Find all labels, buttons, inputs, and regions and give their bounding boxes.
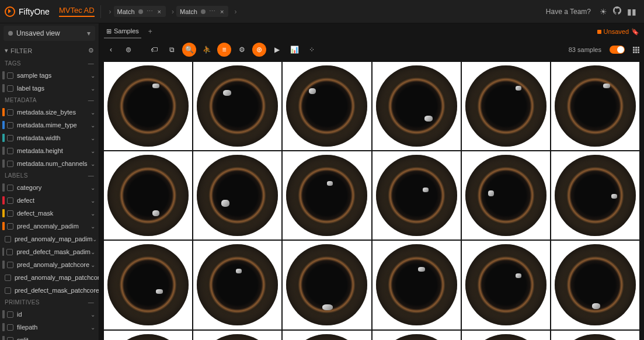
close-icon[interactable]: × (156, 8, 162, 15)
checkbox[interactable] (7, 324, 13, 331)
checkbox[interactable] (7, 223, 13, 230)
sample-thumbnail[interactable] (551, 331, 639, 340)
field-row[interactable]: filepath⌄ (0, 321, 99, 334)
tab-samples[interactable]: ⊞ Samples (104, 25, 141, 39)
brand-wrap[interactable]: FiftyOne (5, 6, 50, 17)
checkbox[interactable] (7, 122, 13, 129)
field-row[interactable]: label tags⌄ (0, 82, 99, 95)
chevron-right-icon[interactable]: › (232, 8, 239, 16)
checkbox[interactable] (7, 85, 13, 92)
chevron-down-icon[interactable]: ⌄ (90, 249, 95, 255)
field-row[interactable]: pred_anomaly_patchcore⌄ (0, 258, 99, 271)
group-header[interactable]: PRIMITIVES— (0, 297, 99, 308)
sample-thumbnail[interactable] (104, 241, 192, 329)
field-row[interactable]: id⌄ (0, 308, 99, 321)
field-row[interactable]: defect⌄ (0, 194, 99, 207)
sample-thumbnail[interactable] (193, 331, 281, 340)
checkbox[interactable] (5, 287, 11, 294)
group-header[interactable]: METADATA— (0, 95, 99, 106)
field-row[interactable]: metadata.width⌄ (0, 131, 99, 144)
sample-thumbnail[interactable] (462, 151, 550, 240)
sample-thumbnail[interactable] (104, 151, 192, 240)
tag-icon[interactable]: 🏷 (147, 43, 161, 57)
stage-chip-0[interactable]: Match ⋯ × (114, 6, 166, 17)
github-icon[interactable] (610, 6, 624, 16)
checkbox[interactable] (7, 197, 13, 204)
sample-thumbnail[interactable] (373, 331, 461, 340)
sample-thumbnail[interactable] (283, 331, 371, 340)
dataset-name[interactable]: MVTec AD (59, 6, 95, 17)
field-row[interactable]: pred_defect_mask_padim⌄ (0, 245, 99, 258)
sample-thumbnail[interactable] (283, 62, 371, 150)
field-row[interactable]: category⌄ (0, 181, 99, 194)
field-row[interactable]: metadata.mime_type⌄ (0, 119, 99, 131)
sample-thumbnail[interactable] (373, 241, 461, 329)
stage-chip-1[interactable]: Match ⋯ × (176, 6, 228, 17)
chevron-down-icon[interactable]: ⌄ (92, 236, 97, 242)
target-icon[interactable]: ⊚ (121, 43, 135, 57)
grid-layout-button[interactable] (633, 47, 639, 53)
checkbox[interactable] (7, 185, 13, 191)
team-link[interactable]: Have a Team? (546, 8, 591, 16)
sample-thumbnail[interactable] (373, 62, 461, 150)
sample-thumbnail[interactable] (462, 241, 550, 329)
checkbox[interactable] (7, 262, 13, 268)
field-row[interactable]: pred_anomaly_padim⌄ (0, 220, 99, 233)
sample-thumbnail[interactable] (462, 62, 550, 150)
sample-thumbnail[interactable] (551, 241, 639, 329)
checkbox[interactable] (7, 210, 13, 217)
field-row[interactable]: pred_anomaly_map_patchcore⌄ (0, 271, 99, 284)
view-selector[interactable]: Unsaved view ▾ (4, 26, 95, 41)
sample-thumbnail[interactable] (283, 151, 371, 240)
sample-thumbnail[interactable] (104, 331, 192, 340)
chevron-down-icon[interactable]: ⌄ (90, 109, 95, 116)
checkbox[interactable] (7, 337, 13, 341)
checkbox[interactable] (5, 236, 11, 242)
chevron-down-icon[interactable]: ⌄ (90, 148, 95, 154)
checkbox[interactable] (6, 249, 13, 255)
back-button[interactable]: ‹ (104, 43, 118, 57)
field-row[interactable]: defect_mask⌄ (0, 207, 99, 220)
chevron-down-icon[interactable]: ⌄ (90, 337, 95, 341)
gear-icon[interactable]: ⚙ (235, 43, 249, 57)
overlay-toggle[interactable] (610, 46, 625, 54)
sample-thumbnail[interactable] (462, 331, 550, 340)
unsaved-badge[interactable]: Unsaved 🔖 (597, 28, 639, 36)
sample-thumbnail[interactable] (193, 62, 281, 150)
sample-thumbnail[interactable] (104, 62, 192, 150)
checkbox[interactable] (7, 161, 13, 167)
gear-icon[interactable]: ⚙ (88, 47, 94, 54)
sample-thumbnail[interactable] (551, 151, 639, 240)
chevron-down-icon[interactable]: ⌄ (90, 85, 95, 92)
chevron-down-icon[interactable]: ⌄ (90, 223, 95, 230)
field-row[interactable]: metadata.num_channels⌄ (0, 157, 99, 170)
checkbox[interactable] (5, 275, 11, 281)
group-header[interactable]: LABELS— (0, 170, 99, 181)
checkbox[interactable] (7, 109, 13, 116)
copy-icon[interactable]: ⧉ (165, 43, 179, 57)
chevron-down-icon[interactable]: ⌄ (90, 197, 95, 204)
chevron-right-icon[interactable]: › (169, 8, 176, 16)
chevron-down-icon[interactable]: ⌄ (90, 122, 95, 129)
grid-scroll[interactable] (99, 60, 644, 340)
person-icon[interactable]: ⛹ (200, 43, 214, 57)
field-row[interactable]: pred_defect_mask_patchcore⌄ (0, 284, 99, 297)
close-icon[interactable]: × (219, 8, 225, 15)
field-row[interactable]: sample tags⌄ (0, 69, 99, 82)
checkbox[interactable] (7, 148, 13, 154)
sample-thumbnail[interactable] (551, 62, 639, 150)
add-tab-button[interactable]: + (146, 27, 155, 36)
search-button[interactable]: 🔍 (182, 43, 196, 57)
checkbox[interactable] (7, 72, 13, 79)
brightness-icon[interactable]: ☀ (597, 7, 610, 16)
chevron-right-icon[interactable]: › (107, 8, 114, 16)
chevron-down-icon[interactable]: ⌄ (90, 135, 95, 141)
chevron-down-icon[interactable]: ⌄ (90, 210, 95, 217)
scatter-icon[interactable]: ⁘ (305, 43, 319, 57)
field-row[interactable]: metadata.size_bytes⌄ (0, 106, 99, 119)
list-button[interactable]: ≡ (217, 43, 231, 57)
brain-button[interactable]: ⊛ (252, 43, 266, 57)
checkbox[interactable] (7, 135, 13, 141)
chevron-down-icon[interactable]: ⌄ (90, 161, 95, 167)
group-header[interactable]: TAGS— (0, 58, 99, 69)
